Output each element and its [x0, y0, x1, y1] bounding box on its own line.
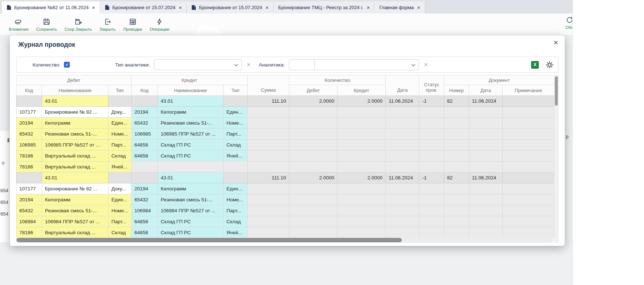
- empty-cell[interactable]: [444, 205, 469, 216]
- empty-cell[interactable]: [338, 107, 386, 118]
- column-header-amount[interactable]: Сумма: [248, 75, 289, 96]
- tab-bronirovanie-15-07-a[interactable]: Бронирование от 15.07.2024 ×: [100, 1, 187, 14]
- credit-code-cell[interactable]: 106985: [132, 129, 158, 140]
- summary-doc-date-cell[interactable]: 11.06.2024: [469, 172, 503, 183]
- debit-code-cell[interactable]: 20194: [16, 118, 42, 129]
- tab-bronirovanie-15-07-b[interactable]: Бронирование от 15.07.2024 ×: [187, 1, 274, 14]
- empty-cell[interactable]: [419, 205, 444, 216]
- summary-qty-credit-cell[interactable]: 2.0000: [338, 96, 386, 107]
- summary-amount-cell[interactable]: 111.10: [248, 172, 289, 183]
- column-header-qty-credit[interactable]: Кредит: [338, 85, 386, 96]
- empty-cell[interactable]: [289, 162, 338, 172]
- table-row[interactable]: 78186Виртуальный склад ...Ячей...: [16, 162, 555, 172]
- debit-type-cell[interactable]: Един...: [108, 194, 132, 205]
- credit-type-cell[interactable]: Парт...: [224, 129, 248, 140]
- analytics-type-select[interactable]: [154, 59, 242, 70]
- table-row[interactable]: 65432Резиновая смесь 51-...Номе...106985…: [16, 129, 555, 140]
- empty-cell[interactable]: [289, 227, 338, 238]
- empty-cell[interactable]: [503, 183, 555, 194]
- credit-code-cell[interactable]: 65432: [132, 194, 158, 205]
- empty-cell[interactable]: [248, 183, 289, 194]
- credit-code-cell[interactable]: 64858: [132, 227, 158, 238]
- debit-type-cell[interactable]: Склад: [108, 227, 132, 238]
- tab-bronirovanie-tmc-reestr[interactable]: Бронирование ТМЦ - Реестр за 2024 г. ×: [274, 1, 375, 14]
- empty-cell[interactable]: [419, 183, 444, 194]
- empty-cell[interactable]: [419, 140, 444, 151]
- column-header-debit-code[interactable]: Код: [16, 85, 42, 96]
- summary-date-cell[interactable]: 11.06.2024: [386, 96, 419, 107]
- empty-cell[interactable]: [444, 107, 469, 118]
- credit-type-cell[interactable]: Един...: [224, 183, 248, 194]
- empty-cell[interactable]: [444, 162, 469, 172]
- debit-name-cell[interactable]: Бронирование № 82 ...: [42, 183, 108, 194]
- debit-code-cell[interactable]: 78186: [16, 227, 42, 238]
- credit-name-cell[interactable]: Килограмм: [158, 107, 224, 118]
- tab-close-icon[interactable]: ×: [266, 5, 269, 10]
- quantity-checkbox[interactable]: ✓: [64, 62, 70, 68]
- empty-cell[interactable]: [386, 194, 419, 205]
- credit-empty-cell[interactable]: [158, 162, 224, 172]
- summary-credit-account-cell[interactable]: 43.01: [158, 96, 224, 107]
- credit-name-cell[interactable]: Склад ГП РС: [158, 151, 224, 162]
- column-header-debit-type[interactable]: Тип: [108, 85, 132, 96]
- excel-export-button[interactable]: X: [531, 61, 539, 69]
- debit-code-cell[interactable]: 65432: [16, 205, 42, 216]
- empty-cell[interactable]: [469, 216, 503, 227]
- debit-name-cell[interactable]: Килограмм: [42, 118, 108, 129]
- tab-close-icon[interactable]: ×: [92, 5, 95, 10]
- empty-cell[interactable]: [248, 194, 289, 205]
- summary-empty-cell[interactable]: [224, 172, 248, 183]
- empty-cell[interactable]: [469, 151, 503, 162]
- empty-cell[interactable]: [444, 227, 469, 238]
- empty-cell[interactable]: [503, 107, 555, 118]
- save-close-button[interactable]: Сохр.Закрыть: [65, 18, 92, 31]
- column-header-credit-name[interactable]: Наименование: [158, 85, 224, 96]
- summary-empty-cell[interactable]: [224, 96, 248, 107]
- table-row[interactable]: 107177Бронирование № 82 ...Доку...20194К…: [16, 183, 555, 194]
- save-button[interactable]: Сохранить: [36, 18, 57, 31]
- credit-empty-cell[interactable]: [132, 162, 158, 172]
- tab-close-icon[interactable]: ×: [417, 5, 420, 10]
- empty-cell[interactable]: [469, 129, 503, 140]
- empty-cell[interactable]: [338, 140, 386, 151]
- summary-doc-date-cell[interactable]: 11.06.2024: [469, 96, 503, 107]
- summary-amount-cell[interactable]: 111.10: [248, 96, 289, 107]
- debit-type-cell[interactable]: Доку...: [108, 107, 132, 118]
- summary-empty-cell[interactable]: [16, 96, 42, 107]
- empty-cell[interactable]: [503, 194, 555, 205]
- empty-cell[interactable]: [289, 183, 338, 194]
- debit-name-cell[interactable]: Виртуальный склад ...: [42, 227, 108, 238]
- column-header-date[interactable]: Дата: [386, 75, 419, 96]
- debit-name-cell[interactable]: 106985 ППР №527 от ...: [42, 140, 108, 151]
- empty-cell[interactable]: [419, 107, 444, 118]
- empty-cell[interactable]: [386, 107, 419, 118]
- debit-code-cell[interactable]: 20194: [16, 194, 42, 205]
- empty-cell[interactable]: [469, 183, 503, 194]
- table-row[interactable]: 78186Виртуальный склад ...Склад64858Скла…: [16, 151, 555, 162]
- column-header-debit-name[interactable]: Наименование: [42, 85, 108, 96]
- empty-cell[interactable]: [419, 118, 444, 129]
- empty-cell[interactable]: [469, 107, 503, 118]
- credit-code-cell[interactable]: 64858: [132, 151, 158, 162]
- empty-cell[interactable]: [338, 194, 386, 205]
- debit-type-cell[interactable]: Номе...: [108, 205, 132, 216]
- postings-button[interactable]: Проводки: [123, 18, 142, 31]
- column-header-credit-code[interactable]: Код: [132, 85, 158, 96]
- empty-cell[interactable]: [503, 227, 555, 238]
- summary-empty-cell[interactable]: [132, 96, 158, 107]
- empty-cell[interactable]: [444, 129, 469, 140]
- close-button[interactable]: Закрыть: [99, 18, 115, 31]
- debit-name-cell[interactable]: 106984 ППР №527 от ...: [42, 216, 108, 227]
- empty-cell[interactable]: [248, 205, 289, 216]
- table-row[interactable]: 65432Резиновая смесь 51-...Номе...106984…: [16, 205, 555, 216]
- clear-analytics-button[interactable]: ×: [424, 61, 428, 68]
- tab-bronirovanie-82[interactable]: Бронирование №82 от 11.06.2024 ×: [2, 1, 100, 14]
- empty-cell[interactable]: [503, 216, 555, 227]
- credit-code-cell[interactable]: 106984: [132, 205, 158, 216]
- empty-cell[interactable]: [419, 129, 444, 140]
- debit-name-cell[interactable]: Резиновая смесь 51-...: [42, 205, 108, 216]
- vertical-scrollbar[interactable]: [554, 75, 559, 243]
- empty-cell[interactable]: [444, 140, 469, 151]
- empty-cell[interactable]: [338, 151, 386, 162]
- summary-doc-number-cell[interactable]: 82: [444, 96, 469, 107]
